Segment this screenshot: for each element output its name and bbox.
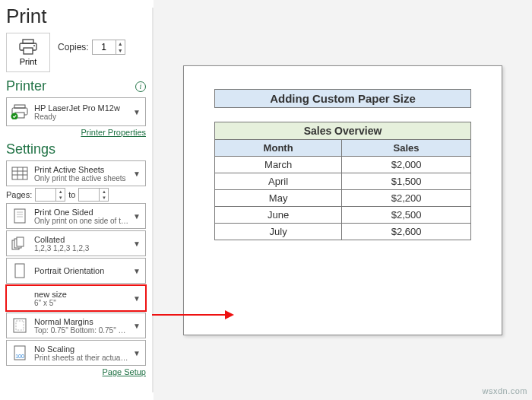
print-panel: Print Print Copies: ▲ ▼ <box>0 0 152 400</box>
svg-rect-19 <box>17 237 24 246</box>
callout-arrow-icon <box>150 307 234 322</box>
chevron-down-icon: ▼ <box>133 322 142 330</box>
chevron-down-icon: ▼ <box>133 349 142 357</box>
scaling-dropdown[interactable]: 100 No Scaling Print sheets at their act… <box>6 340 146 366</box>
sheet-caption: Adding Custom Paper Size <box>270 92 416 105</box>
svg-rect-4 <box>14 105 25 108</box>
svg-marker-26 <box>225 310 234 319</box>
sheets-icon <box>11 167 28 180</box>
printer-selector[interactable]: HP LaserJet Pro M12w Ready ▼ <box>6 97 146 126</box>
table-row: May$2,200 <box>215 189 471 206</box>
table-row: June$2,500 <box>215 206 471 223</box>
print-preview-area: Adding Custom Paper Size Sales Overview … <box>154 0 532 400</box>
print-button[interactable]: Print <box>6 33 50 72</box>
svg-point-2 <box>33 45 35 46</box>
table-row: July$2,600 <box>215 223 471 240</box>
copies-up[interactable]: ▲ <box>116 40 125 47</box>
col-sales: Sales <box>342 139 471 156</box>
collate-dropdown[interactable]: Collated 1,2,3 1,2,3 1,2,3 ▼ <box>6 230 146 256</box>
settings-section-heading: Settings <box>6 141 55 157</box>
pages-to-spinner[interactable]: ▲▼ <box>78 188 109 202</box>
pages-from-spinner[interactable]: ▲▼ <box>35 188 65 202</box>
printer-name: HP LaserJet Pro M12w <box>34 103 128 113</box>
printer-status: Ready <box>34 113 128 121</box>
svg-rect-3 <box>24 48 33 54</box>
copies-input[interactable] <box>93 40 116 54</box>
sides-dropdown[interactable]: Print One Sided Only print on one side o… <box>6 203 146 229</box>
pages-from-input[interactable] <box>36 189 55 201</box>
paper-size-dropdown[interactable]: new size 6" x 5" ▼ <box>6 285 146 311</box>
info-icon[interactable]: i <box>135 81 146 92</box>
table-row: April$1,500 <box>215 173 471 189</box>
printer-ready-icon <box>11 104 29 119</box>
print-button-label: Print <box>20 57 37 66</box>
table-overview-header: Sales Overview <box>215 122 471 139</box>
col-month: Month <box>215 139 342 156</box>
chevron-down-icon: ▼ <box>133 240 142 248</box>
svg-rect-0 <box>23 40 33 43</box>
printer-properties-link[interactable]: Printer Properties <box>6 128 146 137</box>
print-what-dropdown[interactable]: Print Active Sheets Only print the activ… <box>6 160 146 186</box>
pages-to-label: to <box>68 190 75 199</box>
collate-icon <box>11 237 28 250</box>
margins-icon <box>12 317 27 334</box>
svg-rect-13 <box>14 209 25 223</box>
copies-down[interactable]: ▼ <box>116 47 125 54</box>
orientation-dropdown[interactable]: Portrait Orientation ▼ <box>6 258 146 284</box>
svg-rect-20 <box>15 264 24 278</box>
chevron-down-icon: ▼ <box>133 108 142 116</box>
table-row: March$2,000 <box>215 156 471 173</box>
svg-text:100: 100 <box>15 354 24 359</box>
portrait-icon <box>13 262 27 279</box>
pages-label: Pages: <box>6 190 32 199</box>
copies-spinner[interactable]: ▲ ▼ <box>92 40 125 55</box>
printer-section-heading: Printer <box>6 78 46 94</box>
sales-table: Sales Overview Month Sales March$2,000 A… <box>214 122 471 240</box>
chevron-down-icon: ▼ <box>133 267 142 275</box>
print-preview-page: Adding Custom Paper Size Sales Overview … <box>183 65 502 335</box>
chevron-down-icon: ▼ <box>133 212 142 221</box>
page-setup-link[interactable]: Page Setup <box>6 367 146 376</box>
pages-to-input[interactable] <box>79 189 99 201</box>
chevron-down-icon: ▼ <box>133 170 142 178</box>
watermark: wsxdn.com <box>482 386 527 395</box>
copies-label: Copies: <box>58 42 89 52</box>
chevron-down-icon: ▼ <box>133 294 142 303</box>
margins-dropdown[interactable]: Normal Margins Top: 0.75" Bottom: 0.75" … <box>6 313 146 338</box>
svg-rect-8 <box>12 167 27 179</box>
one-sided-icon <box>12 208 27 224</box>
printer-icon <box>17 39 39 56</box>
page-title: Print <box>6 5 146 28</box>
scaling-icon: 100 <box>12 344 27 361</box>
